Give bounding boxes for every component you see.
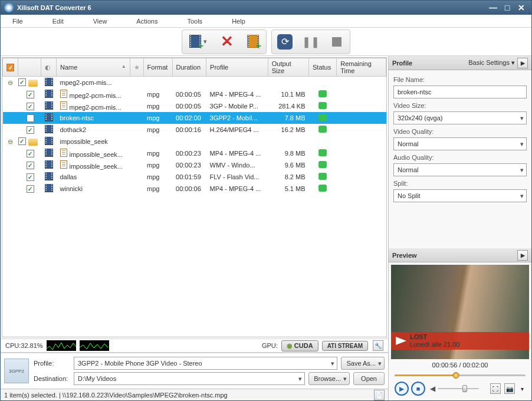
cell-fmt: mpg	[143, 100, 172, 112]
cell-fmt: mpg	[143, 183, 172, 195]
row-name: mpeg2-pcm-mis...	[70, 92, 121, 99]
column-header[interactable]: Remaining Time	[337, 58, 386, 77]
add-profile-button[interactable]: +	[241, 31, 265, 52]
menu-help[interactable]: Help	[232, 18, 245, 25]
convert-button[interactable]: ⟳	[273, 31, 297, 52]
preview-banner: LOSTLunedì alle 21.00	[391, 332, 529, 350]
maximize-button[interactable]: □	[501, 2, 514, 13]
videosize-combo[interactable]: 320x240 (qvga)	[393, 111, 527, 124]
profile-thumb-icon: 3GPP2	[4, 359, 29, 383]
pause-button[interactable]: ❚❚	[299, 31, 323, 52]
row-checkbox[interactable]	[18, 78, 26, 86]
volume-icon[interactable]: ◀	[430, 384, 435, 393]
open-button[interactable]: Open	[353, 372, 385, 385]
column-header[interactable]: Duration	[172, 58, 206, 77]
table-row[interactable]: ⊖mpeg2-pcm-mis...	[3, 77, 386, 89]
settings-icon[interactable]: 🔧	[373, 340, 383, 351]
row-name: broken-ntsc	[60, 114, 94, 121]
profile-expand-icon[interactable]: ▶	[517, 58, 528, 68]
table-row[interactable]: broken-ntscmpg00:02:003GPP2 - Mobil...7.…	[3, 112, 386, 124]
cell-size	[268, 136, 308, 147]
row-checkbox[interactable]	[27, 162, 34, 169]
volume-slider[interactable]	[438, 386, 479, 391]
seek-slider[interactable]	[395, 372, 526, 378]
split-combo[interactable]: No Split	[393, 189, 527, 202]
film-icon	[45, 113, 53, 121]
menu-actions[interactable]: Actions	[136, 18, 157, 25]
remove-button[interactable]: ✕	[215, 31, 239, 52]
snapshot-menu-icon[interactable]: ▾	[518, 383, 526, 394]
column-header[interactable]: Output Size	[268, 58, 308, 77]
filename-input[interactable]: broken-ntsc	[393, 86, 527, 98]
cell-profile: 3GP - Mobile P...	[206, 100, 268, 112]
menu-view[interactable]: View	[93, 18, 107, 25]
file-grid[interactable]: ◐Name▲★FormatDurationProfileOutput SizeS…	[2, 57, 387, 337]
table-row[interactable]: dothack2mpg00:00:16H.264/MPEG4 ...16.2 M…	[3, 124, 386, 136]
menu-edit[interactable]: Edit	[52, 18, 64, 25]
minimize-button[interactable]: —	[487, 2, 500, 13]
cpu-graph-2	[80, 340, 109, 351]
expand-icon[interactable]: ⊖	[8, 138, 13, 145]
menu-tools[interactable]: Tools	[187, 18, 202, 25]
ati-badge[interactable]: ATI STREAM	[322, 341, 368, 351]
table-row[interactable]: winnickimpg00:00:06MP4 - MPEG-4 ...5.1 M…	[3, 183, 386, 195]
document-icon	[60, 101, 67, 110]
expand-icon[interactable]: ⊖	[8, 79, 13, 86]
document-icon	[60, 90, 67, 98]
row-checkbox[interactable]	[27, 150, 34, 157]
film-icon	[45, 90, 53, 98]
column-header[interactable]	[3, 58, 18, 77]
film-icon	[45, 160, 53, 169]
table-row[interactable]: impossible_seek...mpg00:00:23WMV - Windo…	[3, 159, 386, 171]
column-header[interactable]: Name▲	[57, 58, 130, 77]
row-name: winnicki	[60, 185, 83, 192]
cell-fmt: mpg	[143, 147, 172, 159]
preview-screen[interactable]: LOSTLunedì alle 21.00	[391, 265, 529, 359]
table-row[interactable]: dallasmpg00:01:59FLV - Flash Vid...8.2 M…	[3, 171, 386, 183]
snapshot-icon[interactable]: 📷	[504, 383, 515, 394]
add-file-button[interactable]: +▾	[183, 31, 213, 52]
row-checkbox[interactable]	[27, 114, 34, 122]
videoquality-combo[interactable]: Normal	[393, 137, 527, 150]
cuda-badge[interactable]: ◉CUDA	[281, 340, 318, 351]
cell-size: 16.2 MB	[268, 124, 308, 136]
table-row[interactable]: mpeg2-pcm-mis...mpg00:00:05MP4 - MPEG-4 …	[3, 88, 386, 100]
column-header[interactable]: ★	[130, 58, 143, 77]
row-checkbox[interactable]	[27, 91, 34, 98]
basic-settings-dropdown[interactable]: Basic Settings ▾	[468, 59, 515, 67]
stop-preview-button[interactable]: ■	[411, 382, 425, 396]
table-row[interactable]: ⊖impossible_seek	[3, 136, 386, 147]
column-header[interactable]: Status	[308, 58, 336, 77]
destination-combo[interactable]: D:\My Videos	[74, 372, 305, 385]
play-button[interactable]: ▶	[395, 382, 409, 396]
preview-expand-icon[interactable]: ▶	[517, 250, 528, 261]
cell-dur: 00:00:16	[172, 124, 206, 136]
row-checkbox[interactable]	[27, 126, 34, 134]
cell-profile: FLV - Flash Vid...	[206, 171, 268, 183]
column-header[interactable]	[18, 58, 41, 77]
cell-size: 8.2 MB	[268, 171, 308, 183]
row-checkbox[interactable]	[27, 103, 34, 110]
save-as-button[interactable]: Save As...	[341, 357, 385, 370]
close-button[interactable]: ✕	[515, 2, 528, 13]
audioquality-combo[interactable]: Normal	[393, 163, 527, 176]
table-row[interactable]: mpeg2-pcm-mis...mpg00:00:053GP - Mobile …	[3, 100, 386, 112]
fullscreen-icon[interactable]: ⛶	[490, 383, 501, 394]
status-icon	[318, 185, 327, 192]
browse-button[interactable]: Browse...	[308, 372, 350, 385]
stop-button[interactable]	[325, 31, 349, 52]
cell-size: 281.4 KB	[268, 100, 308, 112]
column-header[interactable]: Format	[143, 58, 172, 77]
column-header[interactable]: Profile	[206, 58, 268, 77]
row-checkbox[interactable]	[27, 185, 34, 193]
table-row[interactable]: impossible_seek...mpg00:00:23MP4 - MPEG-…	[3, 147, 386, 159]
select-all-checkbox[interactable]	[6, 64, 14, 71]
log-icon[interactable]: 📄	[374, 390, 385, 400]
row-checkbox[interactable]	[18, 137, 26, 145]
column-header[interactable]: ◐	[41, 58, 57, 77]
titlebar[interactable]: Xilisoft DAT Converter 6 — □ ✕	[1, 1, 531, 15]
row-checkbox[interactable]	[27, 173, 34, 181]
profile-combo[interactable]: 3GPP2 - Mobile Phone 3GP Video - Stereo	[74, 357, 337, 370]
bottom-panel: 3GPP2 Profile: 3GPP2 - Mobile Phone 3GP …	[1, 353, 388, 389]
menu-file[interactable]: File	[12, 18, 23, 25]
